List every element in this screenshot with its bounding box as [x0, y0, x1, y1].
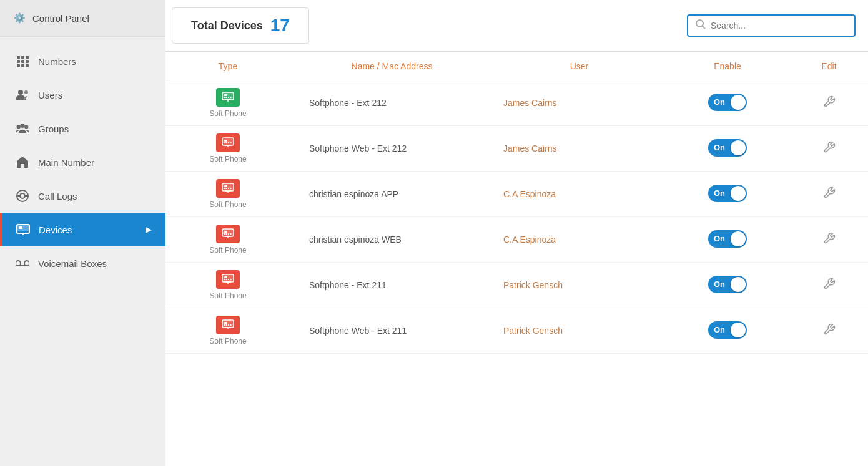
col-header-edit: Edit — [790, 52, 868, 80]
device-enable-cell[interactable]: On — [665, 263, 790, 308]
type-cell: Soft Phone — [165, 308, 290, 354]
device-edit-cell[interactable] — [790, 217, 868, 263]
wrench-icon[interactable] — [823, 235, 836, 247]
numbers-icon — [16, 54, 29, 68]
svg-rect-47 — [224, 185, 227, 187]
device-user-cell: Patrick Gensch — [493, 308, 665, 354]
sidebar-item-devices[interactable]: Devices ▶ — [0, 213, 165, 246]
svg-rect-22 — [19, 226, 22, 229]
toggle-label: On — [714, 234, 725, 243]
device-enable-cell[interactable]: On — [665, 172, 790, 217]
wrench-icon[interactable] — [823, 326, 836, 338]
call-logs-icon — [16, 189, 29, 203]
toggle-switch[interactable]: On — [708, 276, 747, 293]
device-enable-cell[interactable]: On — [665, 308, 790, 354]
toggle-wrap[interactable]: On — [708, 276, 747, 293]
svg-rect-66 — [228, 279, 229, 280]
svg-rect-64 — [224, 279, 225, 280]
table-header-row: Type Name / Mac Address User Enable Edit — [165, 52, 868, 80]
svg-point-11 — [17, 125, 21, 129]
sidebar-item-main-number[interactable]: Main Number — [0, 145, 165, 179]
voicemail-icon — [16, 256, 29, 270]
control-panel-label: Control Panel — [32, 13, 89, 24]
svg-rect-39 — [224, 140, 227, 142]
users-label: Users — [38, 90, 62, 100]
device-type-label: Soft Phone — [209, 337, 246, 346]
phone-icon-box — [216, 179, 240, 198]
svg-rect-60 — [222, 274, 234, 282]
toggle-label: On — [714, 279, 725, 289]
svg-rect-36 — [222, 138, 234, 145]
device-edit-cell[interactable] — [790, 172, 868, 217]
device-edit-cell[interactable] — [790, 263, 868, 308]
table-row: Soft Phone Softphone Web - Ext 212James … — [165, 126, 868, 172]
sidebar-item-call-logs[interactable]: Call Logs — [0, 179, 165, 213]
wrench-icon[interactable] — [823, 143, 836, 156]
toggle-switch[interactable]: On — [708, 185, 747, 202]
wrench-icon[interactable] — [823, 280, 836, 293]
search-box[interactable] — [687, 14, 856, 37]
table-row: Soft Phone christian espinoza WEBC.A Esp… — [165, 217, 868, 263]
toggle-switch[interactable]: On — [708, 139, 747, 157]
svg-rect-73 — [226, 324, 227, 326]
toggle-wrap[interactable]: On — [708, 321, 747, 339]
wrench-icon[interactable] — [823, 189, 836, 201]
svg-rect-67 — [230, 279, 232, 280]
devices-label: Devices — [39, 225, 72, 235]
device-enable-cell[interactable]: On — [665, 217, 790, 263]
sidebar-control-panel[interactable]: ⚙️ Control Panel — [0, 0, 165, 37]
device-type-label: Soft Phone — [209, 200, 246, 209]
type-cell: Soft Phone — [165, 217, 290, 263]
sidebar: ⚙️ Control Panel Numbers — [0, 0, 165, 466]
svg-rect-5 — [26, 60, 29, 63]
toggle-switch[interactable]: On — [708, 94, 747, 111]
device-name-cell: Softphone Web - Ext 212 — [290, 126, 493, 172]
col-header-name: Name / Mac Address — [290, 52, 493, 80]
toggle-wrap[interactable]: On — [708, 185, 747, 202]
sidebar-item-voicemail[interactable]: Voicemail Boxes — [0, 246, 165, 280]
toggle-switch[interactable]: On — [708, 321, 747, 339]
main-number-label: Main Number — [38, 157, 94, 168]
svg-rect-49 — [226, 188, 227, 189]
toggle-wrap[interactable]: On — [708, 94, 747, 111]
svg-rect-6 — [17, 64, 20, 67]
toggle-knob — [731, 95, 746, 110]
device-edit-cell[interactable] — [790, 308, 868, 354]
svg-rect-3 — [17, 60, 20, 63]
svg-rect-43 — [230, 142, 232, 143]
svg-rect-48 — [224, 188, 225, 189]
sidebar-item-numbers[interactable]: Numbers — [0, 44, 165, 78]
svg-rect-31 — [224, 94, 227, 96]
sidebar-item-users[interactable]: Users — [0, 78, 165, 112]
phone-icon-box — [216, 225, 240, 243]
table-row: Soft Phone Softphone Web - Ext 211Patric… — [165, 308, 868, 354]
svg-rect-68 — [222, 320, 234, 328]
total-devices-label: Total Devices — [191, 19, 263, 32]
toggle-wrap[interactable]: On — [708, 230, 747, 248]
sidebar-item-groups[interactable]: Groups — [0, 112, 165, 145]
svg-rect-42 — [228, 142, 229, 143]
phone-icon-box — [216, 88, 240, 107]
wrench-icon[interactable] — [823, 98, 836, 110]
svg-rect-57 — [226, 233, 227, 235]
toggle-wrap[interactable]: On — [708, 139, 747, 157]
device-edit-cell[interactable] — [790, 126, 868, 172]
svg-rect-74 — [228, 324, 229, 326]
device-enable-cell[interactable]: On — [665, 126, 790, 172]
voicemail-label: Voicemail Boxes — [38, 258, 107, 269]
devices-table-container: Type Name / Mac Address User Enable Edit — [165, 52, 868, 466]
toggle-switch[interactable]: On — [708, 230, 747, 248]
search-input[interactable] — [711, 21, 847, 31]
device-enable-cell[interactable]: On — [665, 80, 790, 126]
numbers-label: Numbers — [38, 56, 76, 67]
device-type-cell: Soft Phone — [175, 88, 280, 118]
toggle-label: On — [714, 143, 725, 152]
svg-rect-8 — [26, 64, 29, 67]
phone-icon-box — [216, 270, 240, 289]
device-edit-cell[interactable] — [790, 80, 868, 126]
total-devices-count: 17 — [270, 16, 290, 36]
device-user-cell: C.A Espinoza — [493, 172, 665, 217]
call-logs-label: Call Logs — [38, 191, 77, 201]
svg-rect-65 — [226, 279, 227, 280]
svg-rect-40 — [224, 142, 225, 143]
